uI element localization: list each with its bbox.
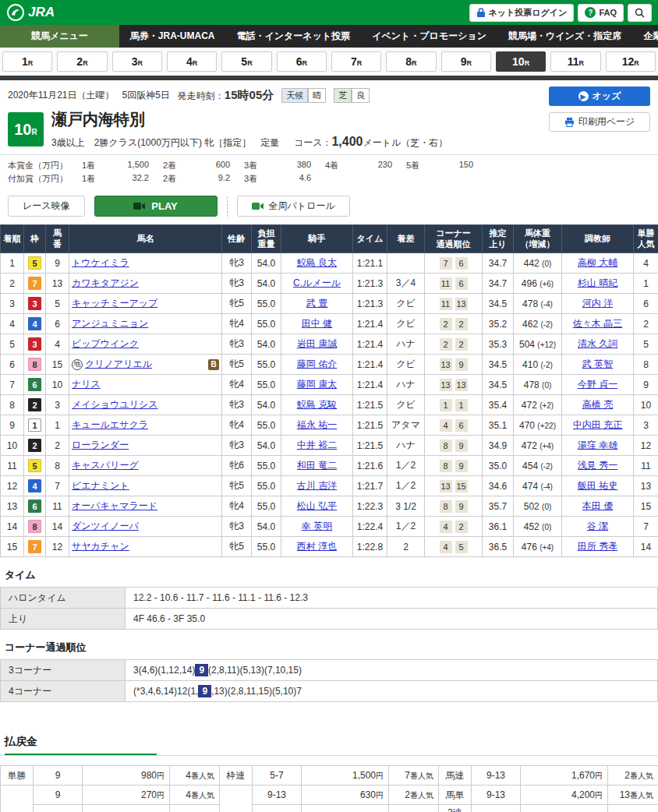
jockey-link[interactable]: 藤岡 康太 [297,379,337,390]
payout-amount: 980円 [83,766,170,786]
trainer-link[interactable]: 高柳 大輔 [578,257,617,268]
jockey-link[interactable]: 田中 健 [302,318,332,329]
trainer-link[interactable]: 高橋 亮 [582,399,613,410]
race-tab-number: 6 [296,55,302,68]
horse-name-link[interactable]: ビップウインク [72,337,139,351]
jockey-link[interactable]: 鮫島 良太 [297,257,337,268]
jockey-link[interactable]: 武 豊 [306,298,327,309]
race-tab-7r[interactable]: 7R [331,51,381,72]
trainer-link[interactable]: 河内 洋 [582,298,613,309]
unit-suffix: 番人気 [191,771,214,780]
odds-button[interactable]: ▶ オッズ [549,86,650,106]
time-row: 上り4F 46.6 - 3F 35.0 [1,609,658,630]
trainer-link[interactable]: 飯田 祐史 [578,480,617,491]
trainer-link[interactable]: 谷 潔 [587,521,608,531]
race-tab-1r[interactable]: 1R [2,51,52,72]
horse-name-cell: キャッチミーアップ [69,294,222,314]
horse-name-link[interactable]: メイショウユリシス [72,398,158,411]
jockey-link[interactable]: 和田 竜二 [297,460,337,471]
race-tab-11r[interactable]: 11R [550,51,600,72]
horse-name-link[interactable]: カワキタアジン [72,277,139,290]
race-tab-5r[interactable]: 5R [221,51,271,72]
horse-name-link[interactable]: アンジュミニョン [72,317,148,330]
jockey-link[interactable]: 幸 英明 [302,521,332,531]
waku-chip: 5 [28,256,41,270]
main-prize-row: 本賞金（万円）1着1,5002着6003着3804着2305着150 [8,160,650,171]
jockey-link[interactable]: C.ルメール [293,277,341,288]
corner-positions: 76 [425,253,483,274]
horse-name-link[interactable]: ナリス [72,378,101,391]
unit-suffix: 円 [157,791,164,800]
margin: 3／4 [387,274,425,294]
race-tab-6r[interactable]: 6R [277,51,327,72]
jockey-link[interactable]: 岩田 康誠 [297,338,337,349]
race-tab-3r[interactable]: 3R [112,51,162,72]
weather-chip: 天候晴 [281,88,326,103]
trainer-link[interactable]: 佐々木 晶三 [573,318,622,329]
race-tab-12r[interactable]: 12R [606,51,656,72]
prize-label: 本賞金（万円） [8,160,82,171]
trainer-link[interactable]: 今野 貞一 [578,379,617,390]
horse-name-link[interactable]: ダンツイノーバ [72,520,139,533]
trainer-link[interactable]: 杉山 晴紀 [578,277,617,288]
jockey-link[interactable]: 中井 裕二 [297,440,337,450]
trainer-link[interactable]: 本田 優 [582,500,613,511]
nav-item-イベント・プロモーション[interactable]: イベント・プロモーション [361,25,497,48]
unit-suffix: 円 [376,771,384,780]
trainer-link[interactable]: 湯窪 幸雄 [578,440,617,450]
nav-item-競馬メニュー[interactable]: 競馬メニュー [0,25,119,48]
corner-row-value: (*3,4,6,14)12(1,9,13)(2,8,11,15)(5,10)7 [126,681,658,702]
horse-name-link[interactable]: トウケイミラ [72,256,129,270]
corner-position-chip: 4 [440,541,452,553]
race-tab-10r[interactable]: 10R [496,51,546,72]
carried-weight: 54.0 [252,253,281,274]
horse-name-link[interactable]: キャスパリーグ [72,459,139,472]
race-video-button[interactable]: レース映像 [8,196,85,217]
nav-item-電話・インターネット投票[interactable]: 電話・インターネット投票 [226,25,362,48]
jockey-link[interactable]: 鮫島 克駿 [297,399,337,410]
horse-name-link[interactable]: クリノアリエル [85,358,152,371]
net-vote-login-button[interactable]: ネット投票ログイン [469,4,575,22]
horse-name-link[interactable]: オーパキャマラード [72,500,157,513]
trainer-link[interactable]: 中内田 充正 [573,419,622,430]
last-3f: 34.5 [483,375,514,395]
table-row: 823メイショウユリシス牝354.0鮫島 克駿1:21.5クビ1135.4472… [1,395,658,415]
horse-name-link[interactable]: ピエナミント [72,479,129,492]
corner-table: 3コーナー3(4,6)(1,12,14)9(2,8,11)(5,13)(7,10… [0,659,658,702]
finish-position: 15 [1,537,24,557]
jockey-link[interactable]: 松山 弘平 [297,500,337,511]
jockey-cell: 中井 裕二 [281,436,353,456]
race-tab-suffix: R [466,59,472,67]
jockey-link[interactable]: 西村 淳也 [297,541,337,552]
print-page-button[interactable]: 印刷用ページ [549,112,650,132]
horse-name-link[interactable]: サヤカチャン [72,540,129,553]
sex-age: 牝4 [222,415,252,436]
race-tab-8r[interactable]: 8R [386,51,436,72]
jockey-link[interactable]: 福永 祐一 [297,419,337,430]
nav-item-競馬場・ウインズ・指定席[interactable]: 競馬場・ウインズ・指定席 [497,25,632,48]
jockey-link[interactable]: 藤岡 佑介 [297,358,337,369]
faq-button[interactable]: ? FAQ [578,4,624,22]
race-tab-9r[interactable]: 9R [441,51,491,72]
trainer-link[interactable]: 武 英智 [582,358,613,369]
trainer-link[interactable]: 田所 秀孝 [578,541,617,552]
patrol-video-button[interactable]: 全周パトロール [237,196,350,217]
trainer-link[interactable]: 清水 久詞 [578,338,617,349]
nav-item-企業情報[interactable]: 企業情報 [632,25,658,48]
nav-item-馬券・JRA-UMACA[interactable]: 馬券・JRA-UMACA [119,25,226,48]
trainer-cell: 中内田 充正 [562,415,634,436]
jra-logo[interactable]: JRA [6,3,55,22]
horse-name-link[interactable]: キュールエサクラ [72,418,148,432]
race-tab-4r[interactable]: 4R [167,51,217,72]
trainer-link[interactable]: 浅見 秀一 [578,460,617,471]
play-button[interactable]: PLAY [94,196,218,217]
login-label: ネット投票ログイン [489,7,568,19]
horse-name-link[interactable]: ローランダー [72,439,129,452]
margin: クビ [387,395,425,415]
search-button[interactable] [628,4,652,22]
last-3f: 35.4 [483,395,514,415]
jockey-link[interactable]: 古川 吉洋 [297,480,337,491]
prize-label: 付加賞（万円） [8,173,82,185]
horse-name-link[interactable]: キャッチミーアップ [72,297,157,310]
race-tab-2r[interactable]: 2R [57,51,107,72]
